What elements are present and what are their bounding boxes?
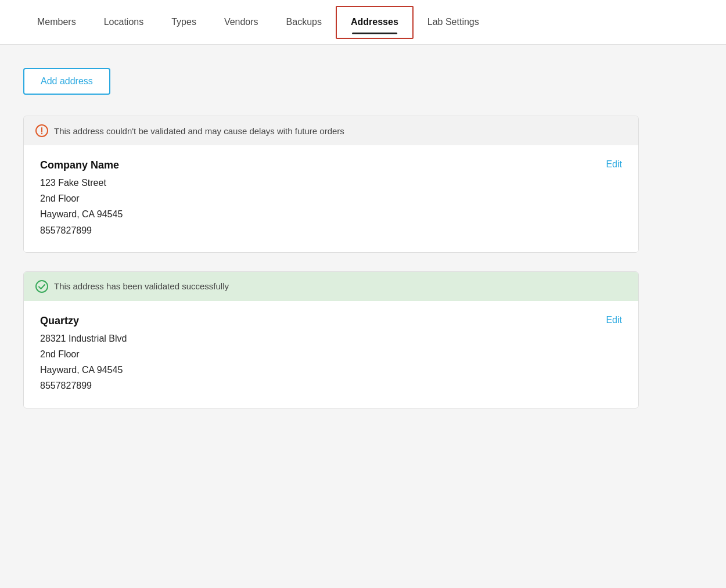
address-city-state-zip-2: Hayward, CA 94545 [40, 362, 622, 378]
address-company-1: Company Name [40, 159, 119, 171]
address-phone-2: 8557827899 [40, 378, 622, 393]
validation-banner-1: This address couldn't be validated and m… [24, 116, 638, 145]
address-card-2: This address has been validated successf… [23, 271, 639, 408]
edit-button-1[interactable]: Edit [606, 159, 622, 170]
nav-item-locations[interactable]: Locations [90, 0, 158, 45]
address-company-2: Quartzy [40, 315, 79, 327]
address-phone-1: 8557827899 [40, 223, 622, 238]
nav-item-addresses[interactable]: Addresses [336, 6, 414, 39]
warning-icon [35, 124, 48, 137]
nav-item-lab-settings[interactable]: Lab Settings [414, 0, 493, 45]
add-address-button[interactable]: Add address [23, 68, 110, 95]
address-line1-2: 28321 Industrial Blvd [40, 331, 622, 346]
success-icon [35, 280, 48, 293]
address-card-1: This address couldn't be validated and m… [23, 116, 639, 253]
nav-bar: Members Locations Types Vendors Backups … [0, 0, 726, 45]
nav-item-backups[interactable]: Backups [272, 0, 336, 45]
validation-banner-2: This address has been validated successf… [24, 272, 638, 301]
validation-banner-text-2: This address has been validated successf… [54, 281, 229, 291]
address-city-state-zip-1: Hayward, CA 94545 [40, 206, 622, 222]
address-card-body-1: Company Name Edit 123 Fake Street 2nd Fl… [24, 145, 638, 252]
address-line2-2: 2nd Floor [40, 346, 622, 362]
nav-item-members[interactable]: Members [23, 0, 90, 45]
address-card-body-2: Quartzy Edit 28321 Industrial Blvd 2nd F… [24, 301, 638, 408]
nav-item-types[interactable]: Types [157, 0, 210, 45]
address-line2-1: 2nd Floor [40, 191, 622, 206]
main-content: Add address This address couldn't be val… [0, 45, 726, 588]
nav-item-vendors[interactable]: Vendors [210, 0, 272, 45]
address-card-header-1: Company Name Edit [40, 159, 622, 171]
address-card-header-2: Quartzy Edit [40, 315, 622, 327]
svg-point-2 [41, 133, 42, 134]
address-line1-1: 123 Fake Street [40, 175, 622, 191]
validation-banner-text-1: This address couldn't be validated and m… [54, 126, 344, 136]
svg-point-3 [36, 281, 48, 292]
edit-button-2[interactable]: Edit [606, 315, 622, 325]
